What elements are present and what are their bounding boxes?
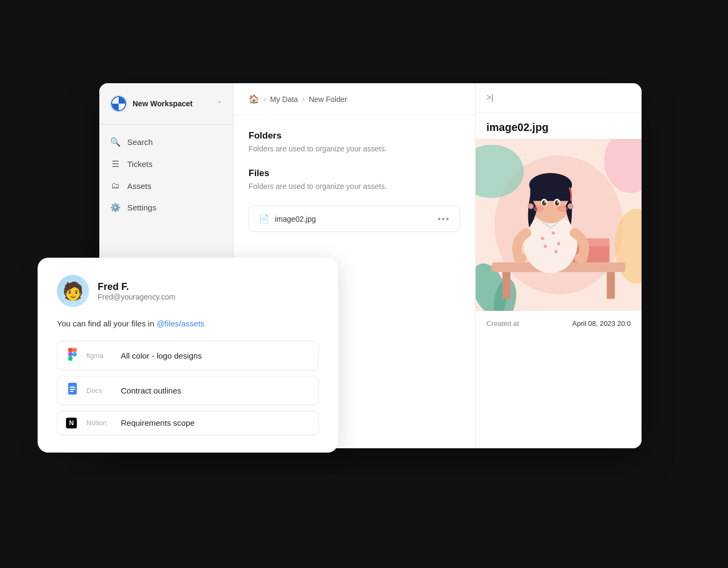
search-icon: 🔍 [110,137,121,147]
file-name: image02.jpg [275,215,316,223]
link-item-docs[interactable]: Docs Contract outlines [57,376,319,405]
card-message: You can find all your files in @files/as… [57,318,319,330]
svg-rect-41 [70,389,75,390]
svg-point-38 [72,352,77,356]
panel-header: >| [476,83,642,113]
breadcrumb-home-icon[interactable]: 🏠 [249,94,259,104]
svg-point-31 [567,203,573,209]
files-assets-link[interactable]: @files/assets [156,319,204,328]
panel-image [476,139,642,311]
svg-point-16 [544,245,547,248]
svg-point-25 [555,200,559,206]
docs-icon [66,383,79,398]
breadcrumb-sep-1: › [264,96,266,103]
svg-point-13 [541,237,544,240]
svg-rect-9 [607,272,615,299]
svg-point-14 [552,231,555,235]
meta-value: April 08, 2023 20:0 [572,319,631,327]
file-more-button[interactable]: ••• [438,214,450,224]
workspace-name: New Workspacet [133,99,212,108]
chevron-icon: ⌃ [217,100,222,107]
sidebar-item-search-label: Search [127,137,153,147]
file-item-left: 📄 image02.jpg [259,214,316,224]
logo-q1 [112,97,119,104]
figma-app-label: figma [86,352,113,360]
file-item[interactable]: 📄 image02.jpg ••• [249,206,460,232]
sidebar-item-assets-label: Assets [127,181,151,191]
right-panel: >| image02.jpg [475,83,642,448]
breadcrumb-my-data[interactable]: My Data [270,95,298,104]
svg-rect-21 [530,185,571,201]
message-text: You can find all your files in [57,319,156,328]
panel-close-button[interactable]: >| [486,93,494,103]
sidebar-nav: 🔍 Search ☰ Tickets 🗂 Assets ⚙️ Settings [99,125,233,225]
svg-point-29 [557,206,568,212]
svg-point-30 [528,203,534,209]
svg-rect-35 [72,348,77,352]
files-desc: Folders are used to organize your assets… [249,182,460,191]
meta-label: Created at [486,319,519,327]
logo-q3 [112,104,119,110]
breadcrumb-new-folder[interactable]: New Folder [309,95,347,104]
sidebar-item-assets[interactable]: 🗂 Assets [99,175,233,196]
svg-point-27 [557,201,559,203]
sidebar-header: New Workspacet ⌃ [99,83,233,125]
assets-icon: 🗂 [110,181,121,191]
notion-icon: N [66,418,79,428]
user-card: 🧑 Fred F. Fred@youragency.com You can fi… [38,258,338,453]
svg-point-32 [514,253,527,264]
folders-desc: Folders are used to organize your assets… [249,144,460,153]
user-email: Fred@youragency.com [98,293,176,301]
bmw-logo-inner [111,96,126,111]
svg-point-15 [557,242,560,245]
illustration-svg [476,139,642,311]
file-icon: 📄 [259,214,270,224]
docs-app-label: Docs [86,387,113,395]
sidebar-item-settings[interactable]: ⚙️ Settings [99,196,233,219]
logo-q4 [119,104,125,110]
notion-app-label: Notion [86,419,113,427]
user-info: Fred F. Fred@youragency.com [98,281,176,301]
panel-title: image02.jpg [476,113,642,139]
svg-rect-37 [68,356,72,361]
svg-rect-36 [68,352,72,356]
figma-icon [66,348,79,363]
svg-rect-40 [70,387,75,388]
docs-link-title: Contract outlines [121,386,181,395]
breadcrumb: 🏠 › My Data › New Folder [234,83,475,115]
logo-q2 [119,97,125,104]
avatar: 🧑 [57,275,89,307]
notion-icon-inner: N [66,418,77,428]
breadcrumb-sep-2: › [302,96,304,103]
folders-title: Folders [249,130,460,141]
svg-point-23 [542,200,547,206]
link-item-figma[interactable]: figma All color - logo designs [57,341,319,370]
panel-meta: Created at April 08, 2023 20:0 [476,311,642,336]
link-item-notion[interactable]: N Notion Requirements scope [57,411,319,435]
user-card-header: 🧑 Fred F. Fred@youragency.com [57,275,319,307]
svg-point-28 [534,206,544,212]
user-name: Fred F. [98,281,176,293]
sidebar-item-tickets-label: Tickets [127,159,152,169]
settings-icon: ⚙️ [110,202,121,213]
sidebar-item-tickets[interactable]: ☰ Tickets [99,153,233,175]
svg-rect-34 [68,348,72,352]
svg-rect-42 [70,391,74,392]
svg-point-26 [544,201,546,203]
notion-link-title: Requirements scope [121,418,195,427]
tickets-icon: ☰ [110,159,121,169]
card-links: figma All color - logo designs Docs Cont… [57,341,319,435]
svg-rect-8 [503,272,511,299]
brand-logo [110,95,127,112]
files-title: Files [249,168,460,179]
sidebar-item-settings-label: Settings [127,203,156,212]
sidebar-item-search[interactable]: 🔍 Search [99,131,233,153]
svg-point-17 [555,250,558,253]
svg-point-33 [574,253,587,264]
figma-link-title: All color - logo designs [121,351,202,360]
